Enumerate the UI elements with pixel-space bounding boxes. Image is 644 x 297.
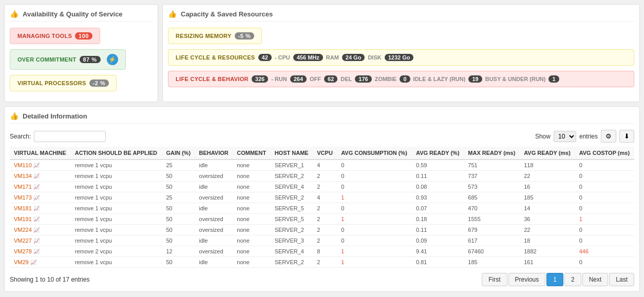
lifecycle-resources-box: LIFE CYCLE & RESOURCES 42 - CPU 456 MHz … (168, 49, 634, 66)
lc-res-sep1: - CPU (275, 54, 290, 61)
max-ready-cell: 737 (464, 171, 520, 182)
table-row: VM181 📈 remove 1 vcpu 50 idle none SERVE… (10, 203, 634, 214)
settings-button[interactable]: ⚙ (601, 130, 616, 143)
lc-res-badge3: 24 Go (342, 54, 365, 61)
col-avg-ready-ms: AVG READY (ms) (520, 147, 575, 160)
avg-cons-cell: 1 (337, 214, 412, 225)
vm-link[interactable]: VM171 📈 (14, 184, 67, 190)
vm-cell[interactable]: VM278 📈 (10, 246, 71, 257)
gain-cell: 25 (162, 192, 195, 203)
show-select[interactable]: 10 25 50 (554, 131, 576, 142)
vm-cell[interactable]: VM29 📈 (10, 257, 71, 268)
lc-res-badge1: 42 (258, 54, 272, 61)
left-panel-header: 👍 Availability & Quality of Service (10, 10, 153, 22)
resizing-memory-label: RESIZING MEMORY (176, 33, 232, 39)
vm-link[interactable]: VM191 📈 (14, 216, 67, 222)
vcpu-cell: 2 (313, 225, 337, 235)
avg-ready-ms-cell: 1882 (520, 246, 575, 257)
avg-costop-cell: 0 (575, 171, 634, 182)
next-button[interactable]: Next (582, 273, 609, 286)
search-input[interactable] (34, 131, 106, 142)
vm-link[interactable]: VM278 📈 (14, 248, 67, 254)
host-cell: SERVER_1 (271, 160, 313, 171)
action-cell: remove 1 vcpu (71, 225, 162, 235)
vm-link[interactable]: VM173 📈 (14, 194, 67, 201)
lc-res-badge2: 456 MHz (293, 54, 323, 61)
avg-cons-cell: 0 (337, 225, 412, 235)
over-commitment-toggle[interactable]: ⚡ (107, 54, 118, 65)
thumbs-up-icon-right: 👍 (168, 10, 177, 18)
virtual-processors-badge: -2 % (89, 80, 109, 87)
vm-link[interactable]: VM110 📈 (14, 162, 67, 168)
gain-cell: 50 (162, 171, 195, 182)
vcpu-cell: 8 (313, 246, 337, 257)
table-row: VM191 📈 remove 1 vcpu 50 oversized none … (10, 214, 634, 225)
vm-cell[interactable]: VM110 📈 (10, 160, 71, 171)
avg-ready-ms-cell: 14 (520, 203, 575, 214)
col-comment: COMMENT (233, 147, 270, 160)
vm-link[interactable]: VM29 📈 (14, 259, 67, 265)
avg-cons-cell: 0 (337, 182, 412, 192)
page-2-button[interactable]: 2 (564, 273, 581, 286)
col-max-ready: MAX READY (ms) (464, 147, 520, 160)
vm-cell[interactable]: VM173 📈 (10, 192, 71, 203)
lc-beh-sep3: DEL (340, 76, 352, 82)
virtual-processors-row: VIRTUAL PROCESSORS -2 % (10, 75, 153, 91)
host-cell: SERVER_4 (271, 182, 313, 192)
col-host: HOST NAME (271, 147, 313, 160)
show-area: Show 10 25 50 entries ⚙ ⬇ (535, 130, 634, 143)
vm-cell[interactable]: VM191 📈 (10, 214, 71, 225)
previous-button[interactable]: Previous (508, 273, 546, 286)
gain-cell: 50 (162, 257, 195, 268)
show-label: Show (535, 133, 551, 140)
gain-cell: 50 (162, 182, 195, 192)
vm-cell[interactable]: VM134 📈 (10, 171, 71, 182)
table-controls: Search: Show 10 25 50 entries ⚙ ⬇ (10, 130, 634, 143)
managing-tools-badge: 100 (75, 32, 92, 39)
table-row: VM29 📈 remove 1 vcpu 50 idle none SERVER… (10, 257, 634, 268)
vm-cell[interactable]: VM171 📈 (10, 182, 71, 192)
gain-cell: 12 (162, 246, 195, 257)
gain-cell: 50 (162, 235, 195, 246)
avg-costop-cell: 0 (575, 235, 634, 246)
lc-beh-label: LIFE CYCLE & BEHAVIOR (176, 76, 249, 82)
max-ready-cell: 617 (464, 235, 520, 246)
lc-res-label: LIFE CYCLE & RESOURCES (176, 54, 255, 61)
last-button[interactable]: Last (609, 273, 634, 286)
lc-beh-sep2: OFF (310, 76, 321, 82)
avg-ready-ms-cell: 22 (520, 171, 575, 182)
first-button[interactable]: First (482, 273, 507, 286)
trend-icon: 📈 (33, 238, 40, 244)
comment-cell: none (233, 203, 270, 214)
lc-res-sep3: DISK (368, 54, 381, 61)
action-cell: remove 1 vcpu (71, 171, 162, 182)
vm-cell[interactable]: VM181 📈 (10, 203, 71, 214)
avg-ready-cell: 0.93 (412, 192, 464, 203)
lc-res-badge4: 1232 Go (385, 54, 414, 61)
vm-link[interactable]: VM134 📈 (14, 173, 67, 179)
resizing-memory-box: RESIZING MEMORY -5 % (168, 28, 262, 44)
managing-tools-box: MANAGING TOOLS 100 (10, 28, 100, 44)
lc-res-sep2: RAM (326, 54, 339, 61)
avg-ready-cell: 0.11 (412, 171, 464, 182)
download-button[interactable]: ⬇ (619, 130, 634, 143)
managing-tools-label: MANAGING TOOLS (17, 33, 72, 39)
max-ready-cell: 573 (464, 182, 520, 192)
vm-link[interactable]: VM224 📈 (14, 227, 67, 233)
vm-cell[interactable]: VM224 📈 (10, 225, 71, 235)
comment-cell: none (233, 214, 270, 225)
vm-link[interactable]: VM181 📈 (14, 205, 67, 211)
detail-panel-header: 👍 Detailed Information (10, 112, 634, 124)
lc-beh-sep6: BUSY & UNDER (RUN) (485, 76, 546, 82)
page-1-button[interactable]: 1 (546, 273, 563, 286)
vm-link[interactable]: VM227 📈 (14, 237, 67, 244)
avg-cons-cell: 1 (337, 257, 412, 268)
vcpu-cell: 4 (313, 160, 337, 171)
over-commitment-label: OVER COMMITMENT (17, 56, 77, 63)
lifecycle-behavior-box: LIFE CYCLE & BEHAVIOR 326 - RUN 264 OFF … (168, 71, 634, 87)
vcpu-cell: 2 (313, 203, 337, 214)
vm-cell[interactable]: VM227 📈 (10, 235, 71, 246)
avg-cons-cell: 0 (337, 171, 412, 182)
max-ready-cell: 751 (464, 160, 520, 171)
search-area: Search: (10, 131, 106, 142)
